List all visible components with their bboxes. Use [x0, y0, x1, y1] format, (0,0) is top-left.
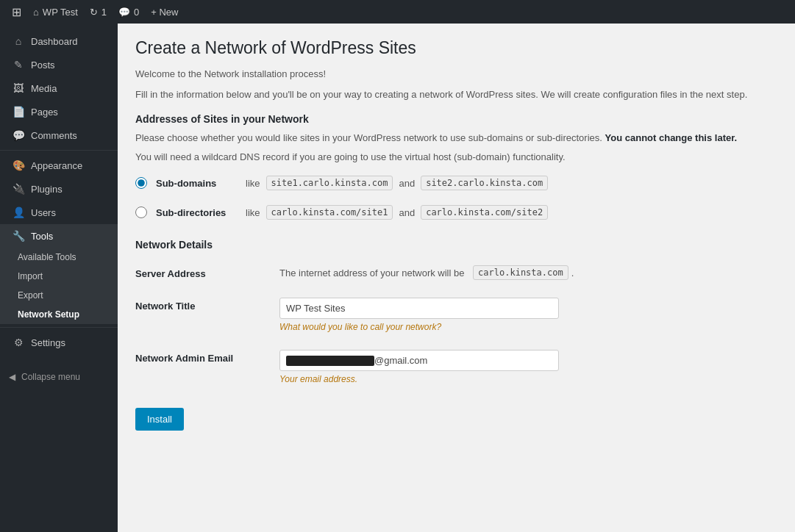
sidebar-item-posts[interactable]: ✎ Posts [0, 53, 118, 76]
welcome-text: Welcome to the Network installation proc… [135, 67, 777, 82]
updates-icon: ↻ [90, 7, 98, 18]
network-title-label: Network Title [135, 298, 268, 312]
tools-icon: 🔧 [12, 230, 25, 242]
sidebar-item-label: Users [31, 207, 56, 218]
sidebar-item-label: Plugins [31, 184, 63, 195]
server-address-value: The internet address of your network wil… [279, 265, 777, 280]
import-label: Import [18, 271, 43, 281]
sidebar-item-label: Pages [31, 107, 58, 118]
subdomain-example1: site1.carlo.kinsta.com [266, 176, 393, 190]
appearance-icon: 🎨 [12, 159, 25, 171]
subdir-radio[interactable] [135, 206, 147, 218]
admin-bar: ⊞ ⌂ WP Test ↻ 1 💬 0 + New [0, 0, 795, 24]
plugins-icon: 🔌 [12, 183, 25, 195]
wildcard-text: You will need a wildcard DNS record if y… [135, 150, 777, 165]
subdomain-option: Sub-domains like site1.carlo.kinsta.com … [135, 168, 777, 198]
sidebar-item-label: Settings [31, 337, 65, 348]
fill-text: Fill in the information below and you'll… [135, 87, 777, 102]
dashboard-icon: ⌂ [12, 35, 25, 47]
subdomain-radio[interactable] [135, 177, 147, 189]
export-label: Export [18, 290, 43, 301]
email-input-container[interactable]: @gmail.com [279, 350, 559, 371]
network-title-field-wrapper: What would you like to call your network… [279, 298, 777, 332]
sidebar-item-dashboard[interactable]: ⌂ Dashboard [0, 29, 118, 53]
media-icon: 🖼 [12, 82, 25, 94]
collapse-menu-label: Collapse menu [21, 372, 80, 382]
sidebar-item-appearance[interactable]: 🎨 Appearance [0, 154, 118, 177]
sidebar-item-tools[interactable]: 🔧 Tools [0, 224, 118, 248]
subdir-option: Sub-directories like carlo.kinsta.com/si… [135, 198, 777, 227]
new-label: + New [151, 7, 178, 18]
sidebar-item-users[interactable]: 👤 Users [0, 201, 118, 224]
sidebar-item-import[interactable]: Import [0, 267, 118, 286]
email-redacted-prefix [286, 356, 374, 366]
sidebar-item-label: Tools [31, 231, 53, 242]
sidebar-item-label: Posts [31, 60, 55, 71]
comments-nav-icon: 💬 [12, 129, 25, 141]
subdomain-example: like site1.carlo.kinsta.com and site2.ca… [246, 176, 548, 190]
addresses-heading: Addresses of Sites in your Network [135, 113, 777, 125]
sidebar-item-label: Comments [31, 130, 77, 141]
updates-count: 1 [101, 7, 107, 18]
network-title-row: Network Title What would you like to cal… [135, 289, 777, 341]
sidebar-item-pages[interactable]: 📄 Pages [0, 100, 118, 123]
sidebar-item-comments[interactable]: 💬 Comments [0, 123, 118, 147]
wp-logo-icon: ⊞ [12, 5, 21, 19]
choose-text: Please choose whether you would like sit… [135, 131, 777, 145]
sidebar-item-plugins[interactable]: 🔌 Plugins [0, 177, 118, 201]
network-setup-label: Network Setup [18, 309, 79, 320]
sidebar-item-network-setup[interactable]: Network Setup [0, 305, 118, 324]
comments-count: 0 [134, 7, 139, 18]
users-icon: 👤 [12, 206, 25, 218]
subdir-example: like carlo.kinsta.com/site1 and carlo.ki… [246, 205, 548, 220]
available-tools-label: Available Tools [18, 252, 76, 262]
subdir-example2: carlo.kinsta.com/site2 [421, 205, 548, 220]
sidebar-item-export[interactable]: Export [0, 286, 118, 305]
subdir-label: Sub-directories [156, 207, 237, 218]
subdomain-label: Sub-domains [156, 178, 237, 189]
admin-email-field-wrapper: @gmail.com Your email address. [279, 350, 777, 384]
sidebar-item-available-tools[interactable]: Available Tools [0, 248, 118, 267]
comments-button[interactable]: 💬 0 [113, 0, 145, 24]
admin-email-hint: Your email address. [279, 374, 777, 384]
settings-icon: ⚙ [12, 337, 25, 348]
sidebar-item-label: Dashboard [31, 36, 78, 47]
home-icon: ⌂ [33, 7, 39, 18]
admin-email-row: Network Admin Email @gmail.com Your emai… [135, 341, 777, 393]
sidebar-item-label: Appearance [31, 160, 82, 171]
new-content-button[interactable]: + New [145, 0, 184, 24]
main-content: Create a Network of WordPress Sites Welc… [118, 24, 795, 532]
server-address-label: Server Address [135, 265, 268, 279]
page-title: Create a Network of WordPress Sites [135, 38, 777, 58]
sidebar-item-label: Media [31, 83, 57, 94]
pages-icon: 📄 [12, 106, 25, 118]
site-name: WP Test [43, 7, 78, 18]
network-title-hint: What would you like to call your network… [279, 322, 777, 332]
server-address-code: carlo.kinsta.com [473, 265, 568, 280]
collapse-menu-button[interactable]: ◀ Collapse menu [0, 366, 118, 388]
updates-button[interactable]: ↻ 1 [84, 0, 113, 24]
network-title-input[interactable] [279, 298, 559, 319]
collapse-arrow-icon: ◀ [9, 372, 15, 382]
subdir-example1: carlo.kinsta.com/site1 [266, 205, 393, 220]
network-details-heading: Network Details [135, 239, 777, 251]
sidebar-item-media[interactable]: 🖼 Media [0, 76, 118, 100]
sidebar: ⌂ Dashboard ✎ Posts 🖼 Media 📄 Pages 💬 Co… [0, 24, 118, 532]
sidebar-item-settings[interactable]: ⚙ Settings [0, 331, 118, 354]
admin-email-label: Network Admin Email [135, 350, 268, 364]
posts-icon: ✎ [12, 59, 25, 71]
site-name-button[interactable]: ⌂ WP Test [27, 0, 84, 24]
install-button[interactable]: Install [135, 408, 184, 431]
email-suffix: @gmail.com [374, 355, 427, 366]
tools-submenu: Available Tools Import Export Network Se… [0, 248, 118, 324]
subdomain-example2: site2.carlo.kinsta.com [421, 176, 548, 190]
wp-logo-button[interactable]: ⊞ [6, 0, 27, 24]
server-address-row: Server Address The internet address of y… [135, 256, 777, 289]
comments-icon: 💬 [118, 7, 130, 18]
